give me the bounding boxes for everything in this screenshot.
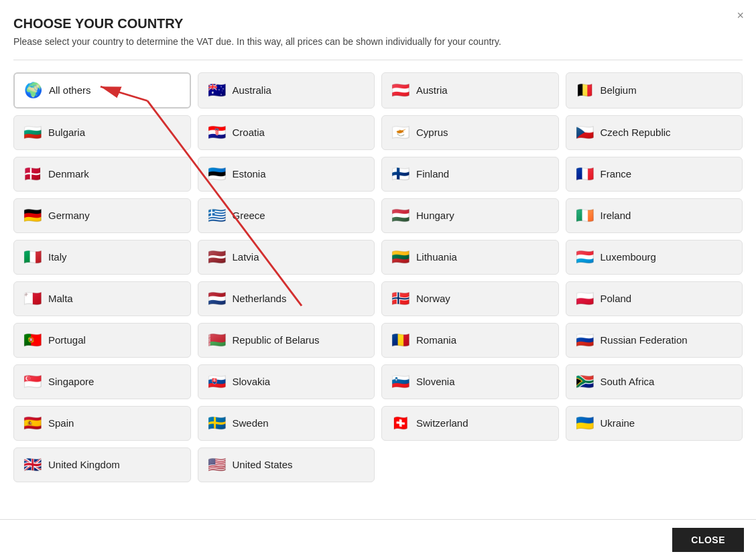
flag-icon: 🇧🇬 xyxy=(23,125,42,140)
header-divider xyxy=(13,60,743,60)
country-button[interactable]: 🇦🇺Australia xyxy=(198,72,375,109)
flag-icon: 🇸🇮 xyxy=(391,374,410,389)
country-button[interactable]: 🇵🇹Portugal xyxy=(13,323,191,358)
country-name-label: Denmark xyxy=(48,168,89,180)
flag-icon: 🇬🇷 xyxy=(208,208,226,223)
country-button[interactable]: 🇩🇰Denmark xyxy=(13,157,191,192)
flag-icon: 🇸🇰 xyxy=(208,374,226,389)
country-button[interactable]: 🇱🇻Latvia xyxy=(198,240,375,275)
flag-icon: 🇩🇪 xyxy=(23,208,42,223)
country-button[interactable]: 🇨🇭Switzerland xyxy=(381,406,559,441)
flag-icon: 🇪🇸 xyxy=(23,416,42,431)
flag-icon: 🇸🇬 xyxy=(23,374,42,389)
flag-icon: 🇭🇺 xyxy=(391,208,410,223)
country-name-label: Belgium xyxy=(601,84,637,96)
flag-icon: 🇵🇹 xyxy=(23,333,42,348)
country-name-label: Republic of Belarus xyxy=(233,334,320,346)
country-name-label: Russian Federation xyxy=(601,334,688,346)
country-button[interactable]: 🇵🇱Poland xyxy=(566,281,743,316)
country-name-label: Spain xyxy=(48,417,74,429)
country-name-label: Slovenia xyxy=(416,376,455,387)
flag-icon: 🇱🇺 xyxy=(576,250,594,265)
flag-icon: 🇲🇹 xyxy=(23,291,42,306)
flag-icon: 🌍 xyxy=(24,83,42,98)
country-name-label: Switzerland xyxy=(416,417,468,429)
flag-icon: 🇦🇹 xyxy=(391,83,410,98)
country-button[interactable]: 🇬🇧United Kingdom xyxy=(13,447,191,482)
flag-icon: 🇱🇻 xyxy=(208,250,226,265)
country-name-label: Luxembourg xyxy=(601,251,656,263)
country-button[interactable]: 🇮🇹Italy xyxy=(13,240,191,275)
flag-icon: 🇦🇺 xyxy=(208,83,226,98)
country-button[interactable]: 🇫🇷France xyxy=(566,157,743,192)
country-button[interactable]: 🇷🇴Romania xyxy=(381,323,559,358)
country-button[interactable]: 🇮🇪Ireland xyxy=(566,198,743,233)
country-button[interactable]: 🇳🇴Norway xyxy=(381,281,559,316)
country-button[interactable]: 🇪🇸Spain xyxy=(13,406,191,441)
country-button[interactable]: 🇷🇺Russian Federation xyxy=(566,323,743,358)
country-name-label: Latvia xyxy=(233,251,259,263)
country-button[interactable]: 🇧🇬Bulgaria xyxy=(13,115,191,150)
country-name-label: Cyprus xyxy=(416,127,448,138)
flag-icon: 🇬🇧 xyxy=(23,458,42,472)
country-button[interactable]: 🇪🇪Estonia xyxy=(198,157,375,192)
close-x-button[interactable]: × xyxy=(737,9,744,21)
flag-icon: 🇵🇱 xyxy=(576,291,594,306)
country-name-label: Austria xyxy=(416,84,448,96)
country-name-label: Czech Republic xyxy=(601,127,671,138)
country-name-label: United States xyxy=(233,459,293,470)
modal-header: CHOOSE YOUR COUNTRY Please select your c… xyxy=(13,16,743,49)
country-button[interactable]: 🇱🇺Luxembourg xyxy=(566,240,743,275)
country-name-label: Portugal xyxy=(48,334,86,346)
country-button[interactable]: 🇺🇦Ukraine xyxy=(566,406,743,441)
country-button[interactable]: 🇺🇸United States xyxy=(198,447,375,482)
country-button[interactable]: 🇸🇪Sweden xyxy=(198,406,375,441)
country-button[interactable]: 🇨🇿Czech Republic xyxy=(566,115,743,150)
country-button[interactable]: 🇬🇷Greece xyxy=(198,198,375,233)
country-button[interactable]: 🇲🇹Malta xyxy=(13,281,191,316)
country-name-label: Malta xyxy=(48,293,73,304)
country-button[interactable]: 🇩🇪Germany xyxy=(13,198,191,233)
country-button[interactable]: 🇭🇷Croatia xyxy=(198,115,375,150)
country-grid: 🌍All others🇦🇺Australia🇦🇹Austria🇧🇪Belgium… xyxy=(13,72,743,482)
flag-icon: 🇮🇹 xyxy=(23,250,42,265)
country-name-label: Ireland xyxy=(601,210,631,221)
flag-icon: 🇳🇴 xyxy=(391,291,410,306)
country-name-label: Hungary xyxy=(416,210,454,221)
flag-icon: 🇨🇿 xyxy=(576,125,594,140)
country-name-label: Romania xyxy=(416,334,456,346)
country-name-label: Australia xyxy=(233,84,271,96)
country-name-label: South Africa xyxy=(601,376,655,387)
flag-icon: 🇭🇷 xyxy=(208,125,226,140)
country-name-label: Singapore xyxy=(48,376,94,387)
country-button[interactable]: 🇦🇹Austria xyxy=(381,72,559,109)
modal-footer: CLOSE xyxy=(0,519,756,560)
country-name-label: Bulgaria xyxy=(48,127,85,138)
country-button[interactable]: 🇫🇮Finland xyxy=(381,157,559,192)
country-button[interactable]: 🇧🇾Republic of Belarus xyxy=(198,323,375,358)
country-name-label: Poland xyxy=(601,293,632,304)
flag-icon: 🇺🇦 xyxy=(576,416,594,431)
country-name-label: Lithuania xyxy=(416,251,457,263)
flag-icon: 🇷🇺 xyxy=(576,333,594,348)
country-modal: × CHOOSE YOUR COUNTRY Please select your… xyxy=(0,0,756,560)
country-name-label: Ukraine xyxy=(601,417,635,429)
country-button[interactable]: 🇱🇹Lithuania xyxy=(381,240,559,275)
modal-subtitle: Please select your country to determine … xyxy=(13,36,722,49)
flag-icon: 🇷🇴 xyxy=(391,333,410,348)
country-button[interactable]: 🌍All others xyxy=(13,72,191,109)
country-button[interactable]: 🇿🇦South Africa xyxy=(566,364,743,399)
country-button[interactable]: 🇧🇪Belgium xyxy=(566,72,743,109)
country-button[interactable]: 🇭🇺Hungary xyxy=(381,198,559,233)
country-button[interactable]: 🇳🇱Netherlands xyxy=(198,281,375,316)
country-button[interactable]: 🇸🇮Slovenia xyxy=(381,364,559,399)
country-button[interactable]: 🇨🇾Cyprus xyxy=(381,115,559,150)
country-name-label: Slovakia xyxy=(233,376,271,387)
flag-icon: 🇿🇦 xyxy=(576,374,594,389)
country-button[interactable]: 🇸🇬Singapore xyxy=(13,364,191,399)
flag-icon: 🇸🇪 xyxy=(208,416,226,431)
close-button[interactable]: CLOSE xyxy=(672,528,744,552)
flag-icon: 🇳🇱 xyxy=(208,291,226,306)
country-button[interactable]: 🇸🇰Slovakia xyxy=(198,364,375,399)
country-name-label: All others xyxy=(49,84,91,96)
